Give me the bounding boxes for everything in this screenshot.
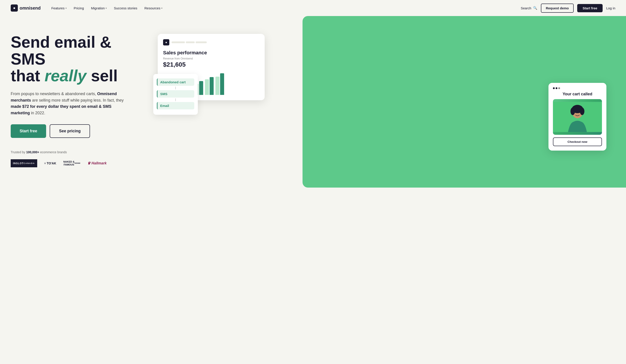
brand-hallmark: ♛ Hallmark [87, 159, 107, 167]
sales-title: Sales performance [163, 50, 259, 56]
svg-point-4 [580, 108, 584, 115]
bar [205, 79, 209, 95]
brand-naked: NAKED &FAMOUSDENIM [63, 159, 80, 167]
request-demo-button[interactable]: Request demo [541, 3, 574, 13]
bar [210, 77, 214, 95]
chevron-down-icon: ▾ [106, 7, 107, 9]
hero-section: Send email & SMS that really sell From p… [0, 16, 626, 364]
cart-notification-card: Your cart called Chec [548, 83, 606, 151]
flow-sms: SMS [157, 90, 194, 98]
flow-divider [175, 98, 176, 101]
hero-buttons: Start free See pricing [11, 124, 144, 138]
nav-migration[interactable]: Migration ▾ [91, 6, 107, 10]
navbar: ■ omnisend Features ▾ Pricing Migration … [0, 0, 626, 16]
flow-email: Email [157, 102, 194, 109]
cart-person-image [553, 99, 602, 135]
trust-text: Trusted by 100,000+ ecommerce brands [11, 150, 144, 154]
email-flow-card: Abandoned cart SMS Email [153, 74, 198, 115]
bar-placeholder [172, 41, 185, 43]
sales-card-header: ■ [163, 39, 259, 45]
hero-content: Send email & SMS that really sell From p… [11, 29, 144, 167]
search-button[interactable]: Search 🔍 [521, 6, 537, 10]
omnisend-mini-logo: ■ [163, 39, 169, 45]
chevron-down-icon: ▾ [66, 7, 67, 9]
flow-divider [175, 87, 176, 89]
nav-success-stories[interactable]: Success stories [114, 6, 137, 10]
login-link[interactable]: Log in [606, 6, 615, 10]
chevron-down-icon: ▾ [161, 7, 162, 9]
bar-placeholder [196, 41, 207, 43]
brand-logos: INGLOTCANADA ≡ TO'AK NAKED &FAMOUSDENIM … [11, 159, 144, 167]
dots-icon [553, 87, 602, 89]
bar [215, 77, 219, 95]
hero-description: From popups to newsletters & abandoned c… [11, 91, 126, 116]
logo-icon: ■ [11, 4, 18, 12]
start-free-button[interactable]: Start free [11, 124, 46, 138]
hero-mockup: ■ Sales performance Revenue from Omnisen… [153, 29, 615, 185]
hero-title: Send email & SMS that really sell [11, 34, 144, 84]
bar [199, 81, 203, 95]
nav-resources[interactable]: Resources ▾ [144, 6, 162, 10]
cart-title: Your cart called [553, 92, 602, 96]
flow-abandoned-cart: Abandoned cart [157, 79, 194, 86]
brand-inglot: INGLOTCANADA [11, 159, 37, 167]
nav-actions: Search 🔍 Request demo Start free Log in [521, 3, 615, 13]
search-icon: 🔍 [533, 6, 537, 10]
start-free-nav-button[interactable]: Start free [577, 4, 603, 12]
bar-group [205, 77, 214, 95]
nav-links: Features ▾ Pricing Migration ▾ Success s… [51, 6, 521, 10]
header-bars [172, 41, 259, 43]
logo[interactable]: ■ omnisend [11, 4, 40, 12]
brand-toak: ≡ TO'AK [44, 159, 56, 167]
revenue-amount: $21,605 [163, 61, 259, 68]
person-svg [553, 99, 602, 135]
nav-pricing[interactable]: Pricing [74, 6, 84, 10]
bar [220, 73, 224, 95]
bar-placeholder [186, 41, 195, 43]
checkout-now-button[interactable]: Checkout now [553, 137, 602, 146]
see-pricing-button[interactable]: See pricing [50, 124, 90, 138]
bar-group [215, 73, 224, 95]
nav-features[interactable]: Features ▾ [51, 6, 66, 10]
revenue-label: Revenue from Omnisend [163, 57, 259, 60]
logo-text: omnisend [20, 5, 40, 11]
svg-point-3 [571, 108, 575, 115]
